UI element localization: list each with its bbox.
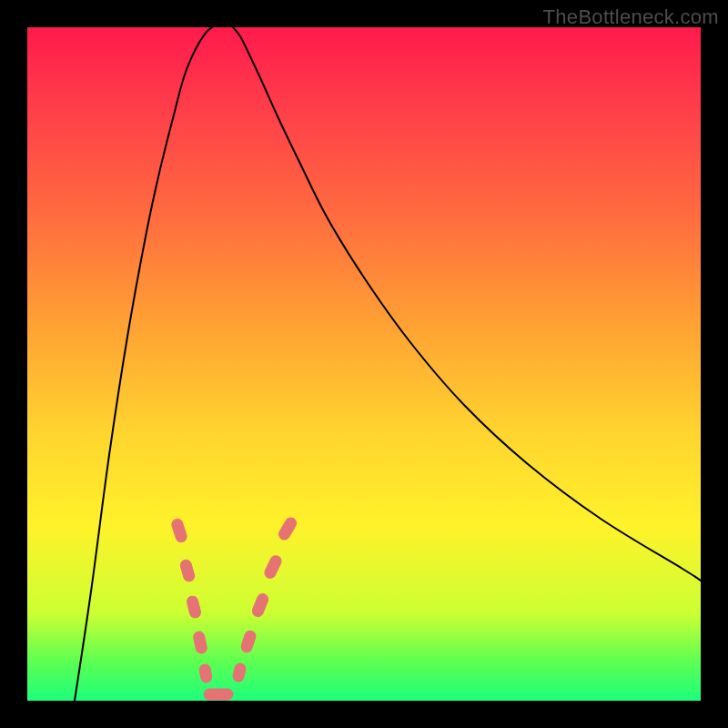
marker-group bbox=[170, 516, 298, 700]
curve-group bbox=[75, 27, 701, 701]
curve-marker-2 bbox=[186, 595, 201, 619]
curve-marker-0 bbox=[170, 518, 187, 543]
chart-svg bbox=[27, 27, 701, 701]
curve-marker-3 bbox=[193, 631, 208, 654]
curve-marker-8 bbox=[251, 592, 270, 619]
curve-marker-4 bbox=[198, 663, 212, 683]
curve-marker-6 bbox=[232, 662, 247, 682]
curve-marker-7 bbox=[240, 630, 258, 654]
chart-frame: TheBottleneck.com bbox=[0, 0, 728, 728]
plot-area bbox=[27, 27, 701, 701]
curve-marker-1 bbox=[179, 559, 196, 582]
curve-marker-5 bbox=[204, 689, 233, 700]
curve-right-branch bbox=[233, 27, 701, 581]
curve-marker-10 bbox=[277, 516, 298, 542]
curve-marker-9 bbox=[263, 554, 283, 581]
watermark-text: TheBottleneck.com bbox=[543, 5, 719, 29]
